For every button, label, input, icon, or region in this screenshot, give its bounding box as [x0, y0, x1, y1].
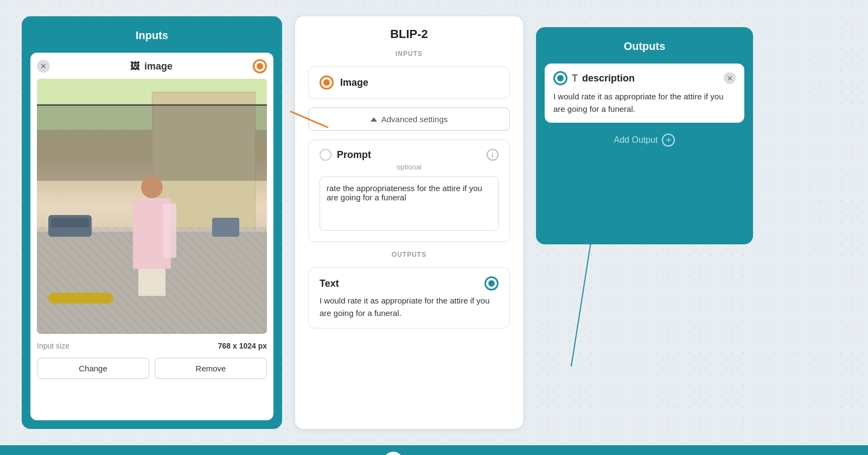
- meta-value: 768 x 1024 px: [218, 342, 267, 350]
- add-output-circle-icon: +: [662, 134, 675, 147]
- add-output-label: Add Output: [614, 135, 658, 145]
- image-input-row[interactable]: Image: [308, 66, 510, 99]
- info-icon[interactable]: i: [487, 149, 499, 161]
- prompt-textarea[interactable]: rate the appropriateness for the attire …: [320, 176, 499, 231]
- image-input-label: Image: [340, 77, 368, 89]
- text-output-content: I would rate it as appropriate for the a…: [320, 295, 499, 319]
- person-figure: [130, 176, 174, 296]
- description-output-text: I would rate it as appropriate for the a…: [553, 91, 736, 115]
- close-image-button[interactable]: ✕: [37, 60, 50, 73]
- play-icon: [384, 452, 403, 455]
- image-card-title-text: image: [144, 61, 173, 72]
- blip-panel: BLIP-2 INPUTS Image Advanced settings Pr…: [295, 16, 523, 429]
- outputs-panel-title: Outputs: [545, 36, 744, 57]
- prompt-optional-label: optional: [320, 163, 499, 171]
- bottom-bar: Run Pipeline (R): [0, 445, 868, 455]
- outputs-panel: Outputs T description ✕ I would rate it …: [536, 27, 753, 244]
- prompt-section: Prompt i optional rate the appropriatene…: [308, 140, 510, 242]
- prompt-label: Prompt: [337, 149, 371, 161]
- car-element: [48, 215, 92, 237]
- description-title: description: [582, 73, 719, 84]
- image-input-radio[interactable]: [320, 75, 334, 90]
- inputs-section-label: INPUTS: [308, 50, 510, 58]
- inputs-panel-title: Inputs: [30, 25, 273, 46]
- prompt-radio[interactable]: [320, 149, 331, 161]
- advanced-settings-label: Advanced settings: [381, 115, 448, 124]
- image-radio[interactable]: [253, 59, 267, 73]
- image-icon: 🖼: [130, 61, 140, 72]
- image-meta: Input size 768 x 1024 px: [37, 339, 267, 352]
- remove-button[interactable]: Remove: [155, 358, 267, 379]
- text-output-radio[interactable]: [484, 276, 499, 290]
- description-radio[interactable]: [553, 71, 567, 85]
- text-output-label: Text: [320, 278, 339, 289]
- add-output-button[interactable]: Add Output +: [545, 129, 744, 151]
- change-button[interactable]: Change: [37, 358, 149, 379]
- outputs-section-label: OUTPUTS: [308, 251, 510, 258]
- photo-container: [37, 79, 267, 334]
- text-output-card: Text I would rate it as appropriate for …: [308, 267, 510, 328]
- speedbump-element: [48, 293, 113, 304]
- meta-label: Input size: [37, 342, 69, 350]
- image-actions: Change Remove: [37, 358, 267, 379]
- scooter-element: [212, 218, 239, 237]
- advanced-settings-button[interactable]: Advanced settings: [308, 108, 510, 131]
- blip-title: BLIP-2: [308, 27, 510, 41]
- image-card: ✕ 🖼 image: [30, 53, 273, 420]
- description-output-card: T description ✕ I would rate it as appro…: [545, 64, 744, 123]
- inputs-panel: Inputs ✕ 🖼 image: [22, 16, 282, 429]
- run-pipeline-button[interactable]: Run Pipeline (R): [384, 452, 485, 455]
- chevron-up-icon: [371, 117, 377, 122]
- type-label: T: [572, 73, 578, 84]
- close-description-button[interactable]: ✕: [724, 72, 736, 84]
